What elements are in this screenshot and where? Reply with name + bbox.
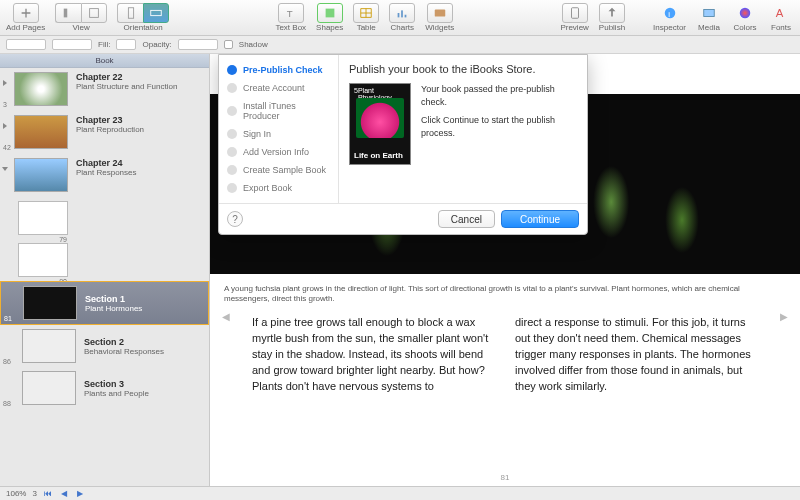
media-label: Media: [698, 23, 720, 32]
section-subtitle: Plant Hormones: [85, 304, 142, 313]
view-page-button[interactable]: [81, 3, 107, 23]
preview-button[interactable]: [562, 3, 588, 23]
shadow-checkbox[interactable]: [224, 40, 233, 49]
prev-page-arrow-icon[interactable]: ◀: [218, 309, 234, 325]
section-page-num: 88: [3, 400, 11, 407]
next-page-arrow-icon[interactable]: ▶: [776, 309, 792, 325]
view-outline-button[interactable]: [55, 3, 81, 23]
document-canvas[interactable]: A young fuchsia plant grows in the direc…: [210, 54, 800, 486]
svg-text:i: i: [668, 10, 670, 19]
stroke-select[interactable]: [52, 39, 92, 50]
zoom-level[interactable]: 106%: [6, 489, 26, 498]
fill-swatch[interactable]: [116, 39, 136, 50]
view-group: View: [55, 3, 107, 32]
page-thumbnail[interactable]: 80: [18, 243, 68, 277]
publish-step[interactable]: Export Book: [219, 179, 338, 197]
section-title: Section 1: [85, 294, 142, 304]
chapter-item[interactable]: Chapter 23Plant Reproduction 42: [0, 111, 209, 154]
step-label: Install iTunes Producer: [243, 101, 330, 121]
help-button[interactable]: ?: [227, 211, 243, 227]
opacity-select[interactable]: [178, 39, 218, 50]
section-item[interactable]: Section 1Plant Hormones 81: [0, 281, 209, 325]
chapter-title: Chapter 24: [76, 158, 136, 168]
chapter-item[interactable]: Chapter 22Plant Structure and Function 3: [0, 68, 209, 111]
disclosure-triangle-icon[interactable]: [3, 123, 7, 129]
publish-dialog: Pre-Publish Check Create Account Install…: [218, 54, 588, 235]
publish-step[interactable]: Sign In: [219, 125, 338, 143]
section-page-num: 86: [3, 358, 11, 365]
shapes-label: Shapes: [316, 23, 343, 32]
chapter-subtitle: Plant Reproduction: [76, 125, 144, 134]
svg-rect-1: [90, 9, 99, 18]
disclosure-triangle-icon[interactable]: [2, 167, 8, 171]
chapter-item[interactable]: Chapter 24Plant Responses: [0, 154, 209, 197]
chapter-page-num: 42: [3, 144, 11, 151]
first-page-button[interactable]: ⏮: [43, 489, 53, 498]
publish-step[interactable]: Create Account: [219, 79, 338, 97]
svg-text:T: T: [286, 8, 292, 19]
status-bar: 106% 3 ⏮ ◀ ▶: [0, 486, 800, 500]
body-column-left: If a pine tree grows tall enough to bloc…: [252, 315, 495, 395]
sidebar: Book Chapter 22Plant Structure and Funct…: [0, 54, 210, 486]
add-pages-group: Add Pages: [6, 3, 45, 32]
charts-button[interactable]: [389, 3, 415, 23]
orientation-portrait-button[interactable]: [117, 3, 143, 23]
inspector-label: Inspector: [653, 23, 686, 32]
orientation-landscape-button[interactable]: [143, 3, 169, 23]
dialog-title: Publish your book to the iBooks Store.: [349, 63, 577, 75]
publish-step[interactable]: Install iTunes Producer: [219, 97, 338, 125]
disclosure-triangle-icon[interactable]: [3, 80, 7, 86]
fill-label: Fill:: [98, 40, 110, 49]
chapter-title: Chapter 22: [76, 72, 177, 82]
publish-button[interactable]: [599, 3, 625, 23]
svg-rect-3: [151, 10, 162, 15]
step-bullet-icon: [227, 183, 237, 193]
publish-step[interactable]: Create Sample Book: [219, 161, 338, 179]
dialog-message: Your book passed the pre-publish check.: [421, 83, 577, 108]
text-box-button[interactable]: T: [278, 3, 304, 23]
publish-step[interactable]: Pre-Publish Check: [219, 61, 338, 79]
publish-label: Publish: [599, 23, 625, 32]
svg-rect-8: [405, 15, 407, 18]
step-label: Create Sample Book: [243, 165, 326, 175]
step-bullet-icon: [227, 129, 237, 139]
chapter-page-num: 3: [3, 101, 7, 108]
orientation-label: Orientation: [124, 23, 163, 32]
svg-text:A: A: [776, 7, 784, 19]
media-button[interactable]: [696, 3, 722, 23]
section-subtitle: Behavioral Responses: [84, 347, 164, 356]
section-item[interactable]: Section 3Plants and People 88: [0, 367, 209, 409]
charts-label: Charts: [390, 23, 414, 32]
dialog-message: Click Continue to start the publish proc…: [421, 114, 577, 139]
add-pages-button[interactable]: [13, 3, 39, 23]
inspector-button[interactable]: i: [657, 3, 683, 23]
next-page-button[interactable]: ▶: [75, 489, 85, 498]
body-column-right: direct a response to stimuli. For this j…: [515, 315, 758, 395]
section-page-num: 81: [4, 315, 12, 322]
table-button[interactable]: [353, 3, 379, 23]
page-thumbnail[interactable]: 79: [18, 201, 68, 235]
colors-label: Colors: [733, 23, 756, 32]
svg-point-11: [664, 8, 675, 19]
publish-step[interactable]: Add Version Info: [219, 143, 338, 161]
continue-button[interactable]: Continue: [501, 210, 579, 228]
svg-rect-13: [704, 10, 715, 17]
step-label: Create Account: [243, 83, 305, 93]
section-item[interactable]: Section 2Behavioral Responses 86: [0, 325, 209, 367]
step-bullet-icon: [227, 106, 237, 116]
figure-caption: A young fuchsia plant grows in the direc…: [218, 280, 792, 309]
prev-page-button[interactable]: ◀: [59, 489, 69, 498]
step-bullet-icon: [227, 83, 237, 93]
sidebar-header: Book: [0, 54, 209, 68]
svg-rect-7: [401, 10, 403, 17]
widgets-button[interactable]: [427, 3, 453, 23]
book-cover-preview: 5Plant Physiology Life on Earth: [349, 83, 411, 165]
colors-button[interactable]: [732, 3, 758, 23]
fonts-button[interactable]: A: [768, 3, 794, 23]
shapes-button[interactable]: [317, 3, 343, 23]
svg-rect-2: [128, 8, 133, 19]
text-box-label: Text Box: [275, 23, 306, 32]
style-select[interactable]: [6, 39, 46, 50]
page-number-footer: 81: [210, 473, 800, 482]
cancel-button[interactable]: Cancel: [438, 210, 495, 228]
